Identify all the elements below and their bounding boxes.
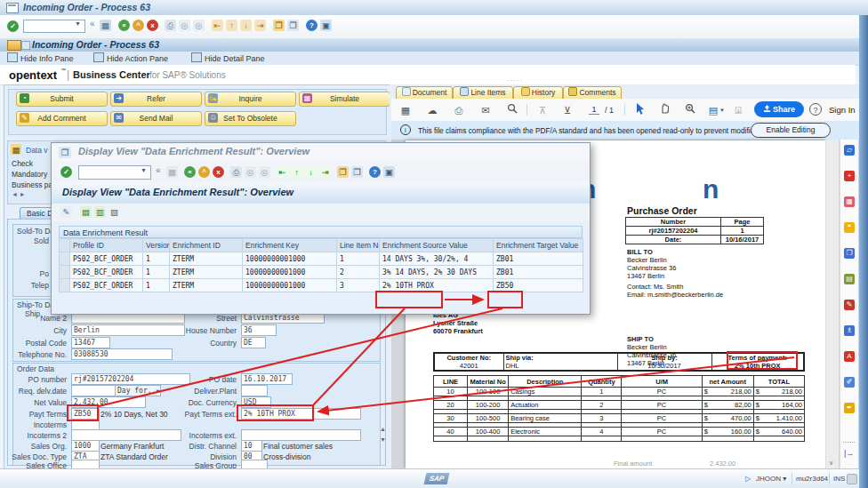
fit-page-icon[interactable]: ▤ — [706, 103, 720, 117]
popup-next-page-icon[interactable]: ↓ — [305, 166, 317, 178]
select-cursor-icon[interactable] — [633, 103, 647, 117]
popup-command-dropdown-icon[interactable]: ▼ — [141, 167, 147, 173]
exit-icon[interactable]: ^ — [133, 20, 144, 31]
page-up-icon[interactable]: ⊼ — [535, 103, 550, 117]
measure-icon[interactable]: ✐ — [844, 377, 855, 388]
transaction-menu-icon[interactable] — [21, 41, 30, 50]
pdf-standards-icon[interactable]: A — [844, 351, 855, 362]
find-icon[interactable]: ◎ — [179, 20, 190, 31]
simulate-button[interactable]: ▦Simulate — [299, 92, 390, 107]
create-pdf-icon[interactable]: + — [844, 171, 855, 181]
fit-page-dropdown-icon[interactable]: ▼ — [719, 108, 725, 113]
share-button[interactable]: Share — [754, 101, 804, 117]
presentation-mode-icon[interactable]: ⍗ — [731, 103, 745, 117]
row-selector[interactable] — [60, 252, 70, 266]
print-file-icon[interactable]: ⎙ — [452, 103, 466, 117]
row-selector[interactable] — [60, 279, 70, 292]
page-number-input[interactable]: 1 — [589, 105, 599, 115]
popup-find-icon[interactable]: ◎ — [245, 166, 256, 178]
edit-pdf-icon[interactable]: ▦ — [844, 196, 855, 207]
tab-document[interactable]: Document — [396, 86, 453, 100]
status-session-icon[interactable] — [847, 474, 857, 484]
col-version[interactable]: Version — [143, 239, 170, 252]
sign-in-link[interactable]: Sign In — [829, 105, 856, 115]
expand-panel-icon[interactable]: |→ — [844, 449, 854, 458]
status-expand-icon[interactable]: ▷ — [745, 475, 751, 483]
popup-cancel-icon[interactable]: x — [213, 166, 224, 178]
table-exit-icon[interactable]: ▧ — [108, 206, 120, 218]
col-target-value[interactable]: Enrichment Target Value — [494, 239, 583, 252]
tab-history[interactable]: History — [513, 86, 563, 100]
hide-detail-pane-button[interactable]: Hide Detail Pane — [191, 52, 265, 63]
popup-shortcut-icon[interactable]: ❐ — [351, 166, 363, 178]
hand-tool-icon[interactable] — [658, 103, 672, 117]
new-session-icon[interactable]: ❐ — [273, 20, 285, 31]
tab-comments[interactable]: Comments — [563, 86, 622, 100]
req-delivery-date-field[interactable] — [71, 385, 116, 396]
popup-enter-check-icon[interactable]: ✓ — [60, 166, 72, 178]
scroll-down-icon[interactable]: ▼ — [380, 436, 386, 443]
organize-pages-icon[interactable]: ▤ — [844, 274, 855, 284]
popup-print-icon[interactable]: ⎙ — [230, 166, 242, 178]
shortcut-icon[interactable]: ❐ — [287, 20, 299, 31]
cancel-icon[interactable]: x — [147, 20, 158, 31]
add-comment-button[interactable]: ✎Add Comment — [16, 111, 108, 126]
data-view-title[interactable]: Data v — [26, 146, 48, 155]
enable-editing-button[interactable]: Enable Editing — [751, 123, 831, 138]
status-user[interactable]: JHOON ▾ — [756, 475, 786, 483]
inquire-button[interactable]: ✍Inquire — [205, 92, 296, 107]
house-number-field[interactable]: 36 — [241, 324, 277, 336]
print-icon[interactable]: ⎙ — [165, 20, 176, 31]
net-value-field[interactable]: 2.432,00 — [71, 396, 146, 408]
set-to-obsolete-button[interactable]: ♲Set To Obsolete — [205, 111, 296, 126]
hscroll-icons[interactable]: ◄ ► — [12, 191, 26, 197]
popup-customize-icon[interactable]: ▣ — [383, 166, 395, 178]
popup-first-page-icon[interactable]: ⇤ — [277, 166, 288, 178]
enter-check-icon[interactable]: ✓ — [7, 20, 19, 32]
zoom-in-icon[interactable] — [683, 103, 697, 117]
refer-button[interactable]: ➔Refer — [110, 92, 202, 107]
popup-find-next-icon[interactable]: ◎ — [259, 166, 270, 178]
col-source-value[interactable]: Enrichment Source Value — [380, 239, 494, 252]
prev-page-icon[interactable]: ↑ — [226, 20, 237, 31]
row-selector[interactable] — [60, 266, 70, 279]
submit-button[interactable]: ◔Submit — [16, 92, 108, 107]
fill-sign-icon[interactable]: ✎ — [844, 300, 855, 310]
comment-tool-icon[interactable]: ❝ — [844, 222, 855, 233]
command-dropdown-icon[interactable]: ▼ — [75, 20, 81, 27]
search-icon[interactable] — [505, 103, 519, 117]
table-insert-icon[interactable]: ▥ — [94, 206, 106, 218]
country-field[interactable]: DE — [241, 337, 266, 348]
col-enrichment-id[interactable]: Enrichment ID — [170, 239, 243, 252]
table-view-icon[interactable]: ▤ — [80, 206, 92, 218]
back-icon[interactable]: « — [118, 20, 130, 31]
customize-icon[interactable]: ▣ — [320, 20, 332, 31]
combine-files-icon[interactable]: ❐ — [844, 248, 855, 259]
popup-exit-icon[interactable]: ^ — [198, 166, 210, 178]
postal-code-field[interactable]: 13467 — [71, 337, 110, 348]
pdf-scrollbar[interactable]: ∨ — [825, 140, 839, 468]
cloud-upload-icon[interactable]: ☁ — [425, 103, 439, 117]
po-date-field[interactable]: 16.10.2017 — [241, 373, 293, 385]
send-mail-button[interactable]: ✉Send Mail — [110, 111, 202, 126]
popup-prev-page-icon[interactable]: ↑ — [291, 166, 302, 178]
save-file-icon[interactable]: ▦ — [398, 103, 413, 117]
col-line-item-nr[interactable]: Line Item Nr — [337, 239, 380, 252]
first-page-icon[interactable]: ⇤ — [212, 20, 223, 31]
tab-line-items[interactable]: Line Items — [453, 86, 513, 100]
enrichment-row[interactable]: PS02_BCF_ORDER1ZTERM 10000000001000114 D… — [60, 252, 583, 266]
protect-icon[interactable]: ♗ — [844, 325, 855, 336]
deliver-plant-field[interactable] — [241, 385, 268, 396]
help-icon[interactable]: ? — [306, 20, 317, 31]
page-down-icon[interactable]: ⊻ — [560, 103, 575, 117]
email-icon[interactable]: ✉ — [478, 103, 493, 117]
scroll-up-icon[interactable]: ▲ — [380, 426, 386, 432]
doc-currency-field[interactable]: USD — [241, 396, 271, 408]
splitter-handle[interactable]: ····· — [507, 76, 523, 84]
help-circle-icon[interactable]: ? — [809, 103, 822, 116]
scrollbar-down-icon[interactable]: ∨ — [829, 460, 833, 467]
save-icon[interactable]: ▦ — [100, 20, 111, 31]
popup-help-icon[interactable]: ? — [369, 166, 381, 178]
transaction-icon[interactable] — [7, 40, 21, 51]
display-change-icon[interactable]: ✎ — [60, 206, 72, 218]
